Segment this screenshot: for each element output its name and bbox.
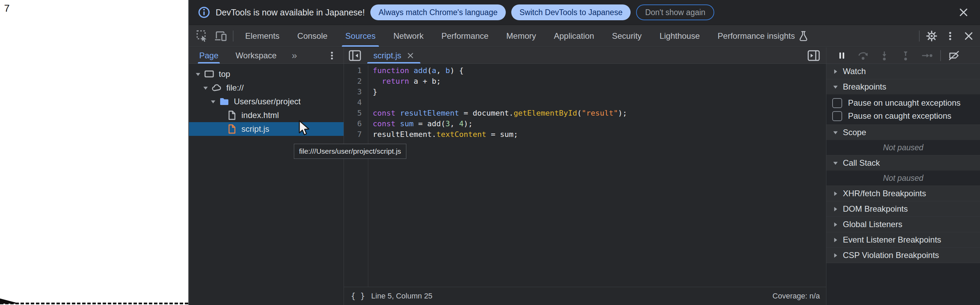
collapse-navigator-button[interactable] <box>349 50 361 61</box>
line-number: 6 <box>344 118 362 129</box>
toolbar-separator <box>919 30 920 42</box>
toolbar-right-controls <box>916 25 980 47</box>
status-message: Not paused <box>826 171 980 186</box>
section-watch[interactable]: Watch <box>826 64 980 79</box>
navigator-tab-page[interactable]: Page <box>198 47 220 64</box>
pause-button[interactable] <box>831 47 853 64</box>
section-breakpoints[interactable]: Breakpoints <box>826 79 980 94</box>
tab-network[interactable]: Network <box>384 25 433 47</box>
mouse-cursor-icon <box>298 120 311 136</box>
code-token: ( <box>427 66 432 75</box>
section-global-listeners[interactable]: Global Listeners <box>826 217 980 232</box>
checkbox-row-pause-on-uncaught-exceptions[interactable]: Pause on uncaught exceptions <box>826 96 980 109</box>
section-csp-violation-breakpoints[interactable]: CSP Violation Breakpoints <box>826 248 980 263</box>
code-editor[interactable]: 1234567 function add(a, b) { return a + … <box>344 64 826 287</box>
tree-item-index-html[interactable]: index.html <box>189 109 344 122</box>
triangle-right-icon <box>832 191 838 196</box>
settings-gear-icon <box>926 30 938 42</box>
tab-security[interactable]: Security <box>603 25 651 47</box>
tab-label: Lighthouse <box>659 31 700 41</box>
section-title: Event Listener Breakpoints <box>843 235 941 244</box>
more-tabs-icon[interactable]: » <box>292 50 297 61</box>
file-tree: top file:// Users/user/project index.htm… <box>189 64 344 136</box>
expand-arrow[interactable] <box>195 71 204 77</box>
editor-tab-close-button[interactable] <box>407 52 414 59</box>
breakpoints-list: Pause on uncaught exceptionsPause on cau… <box>826 94 980 125</box>
tab-label: Page <box>199 51 218 61</box>
section-title: CSP Violation Breakpoints <box>843 251 939 260</box>
page-number-label: 7 <box>4 3 10 14</box>
section-event-listener-breakpoints[interactable]: Event Listener Breakpoints <box>826 232 980 248</box>
code-token: ) { <box>450 66 464 75</box>
banner-close-button[interactable] <box>956 5 971 20</box>
toggle-device-toolbar-button[interactable] <box>212 25 230 47</box>
code-token: return <box>382 77 409 85</box>
expand-arrow[interactable] <box>203 85 212 91</box>
tab-elements[interactable]: Elements <box>236 25 288 47</box>
triangle-right-icon <box>832 206 843 212</box>
code-line: return a + b; <box>373 76 826 86</box>
inspect-element-button[interactable] <box>193 25 212 47</box>
section-dom-breakpoints[interactable]: DOM Breakpoints <box>826 201 980 217</box>
tree-item-file[interactable]: file:// <box>189 81 344 95</box>
deactivate-breakpoints-button[interactable] <box>943 47 965 64</box>
tree-item-users-user-project[interactable]: Users/user/project <box>189 95 344 109</box>
tree-item-script-js[interactable]: script.js <box>189 122 344 136</box>
editor-tab-scriptjs[interactable]: script.js <box>367 47 420 64</box>
always-match-language-button[interactable]: Always match Chrome's language <box>370 5 506 20</box>
checkbox-label: Pause on caught exceptions <box>848 111 951 121</box>
section-scope[interactable]: Scope <box>826 125 980 140</box>
triangle-right-icon <box>832 252 843 258</box>
switch-to-japanese-button[interactable]: Switch DevTools to Japanese <box>511 5 631 20</box>
devtools-menu-button[interactable] <box>941 25 959 47</box>
code-token: = sum; <box>486 130 518 139</box>
tab-application[interactable]: Application <box>545 25 603 47</box>
info-icon <box>198 6 210 19</box>
pretty-print-icon[interactable]: { } <box>351 292 365 300</box>
checkbox[interactable] <box>832 111 842 121</box>
navigator-tab-workspace[interactable]: Workspace <box>234 47 278 64</box>
code-token: ); <box>464 120 473 128</box>
devtools-close-button[interactable] <box>959 25 978 47</box>
debugger-toolbar <box>826 47 980 64</box>
step-button[interactable] <box>916 47 937 64</box>
step-over-button[interactable] <box>853 47 874 64</box>
show-debugger-sidebar-button[interactable] <box>808 50 820 61</box>
deactivate-breakpoints-icon <box>948 50 960 61</box>
section-call-stack[interactable]: Call Stack <box>826 155 980 171</box>
code-line: const sum = add(3, 4); <box>373 118 826 129</box>
tab-memory[interactable]: Memory <box>498 25 545 47</box>
editor-tab-bar: script.js <box>344 47 826 64</box>
code-line: const resultElement = document.getElemen… <box>373 108 826 118</box>
toggle-device-toolbar-icon <box>214 30 228 42</box>
code-token: = add( <box>414 120 445 128</box>
code-token: 3 <box>445 120 450 128</box>
code-token: } <box>373 88 377 96</box>
navigator-menu-button[interactable] <box>325 49 339 62</box>
step-out-button[interactable] <box>895 47 916 64</box>
tab-performance[interactable]: Performance <box>433 25 497 47</box>
dont-show-again-button[interactable]: Don't show again <box>636 5 714 20</box>
tab-performance-insights[interactable]: Performance insights <box>709 25 817 47</box>
cloud-icon <box>212 84 222 92</box>
code-token <box>395 120 400 128</box>
code-token: resultElement. <box>373 130 436 139</box>
line-number: 1 <box>344 65 362 76</box>
show-debugger-icon <box>808 50 820 61</box>
checkbox[interactable] <box>832 98 842 108</box>
tree-item-top[interactable]: top <box>189 67 344 81</box>
step-into-button[interactable] <box>874 47 895 64</box>
line-number: 2 <box>344 76 362 86</box>
tab-sources[interactable]: Sources <box>336 25 384 47</box>
code-token: function <box>373 66 409 75</box>
code-token: , <box>436 66 445 75</box>
checkbox-row-pause-on-caught-exceptions[interactable]: Pause on caught exceptions <box>826 109 980 123</box>
triangle-down-icon <box>210 99 216 105</box>
tab-lighthouse[interactable]: Lighthouse <box>651 25 708 47</box>
tab-label: Security <box>612 31 642 41</box>
settings-button[interactable] <box>923 25 941 47</box>
section-xhr-fetch-breakpoints[interactable]: XHR/fetch Breakpoints <box>826 186 980 201</box>
tab-console[interactable]: Console <box>288 25 336 47</box>
navigator-header: Page Workspace » <box>189 47 344 64</box>
expand-arrow[interactable] <box>210 99 219 105</box>
